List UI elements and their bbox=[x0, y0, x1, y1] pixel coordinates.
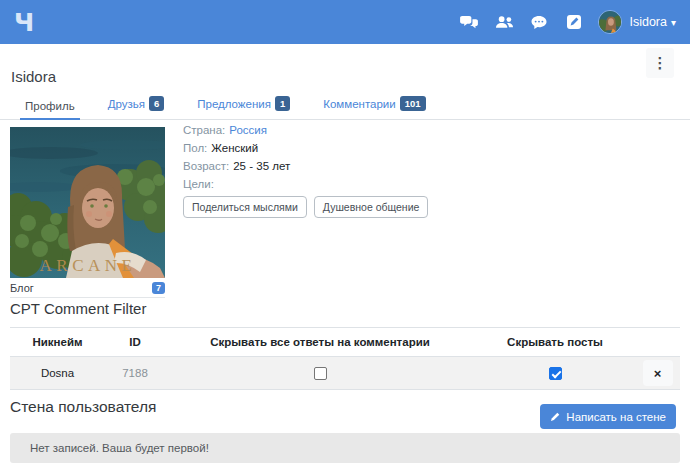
detail-value: Женский bbox=[211, 142, 258, 154]
write-icon[interactable] bbox=[564, 13, 584, 31]
detail-label: Пол: bbox=[183, 142, 207, 154]
detail-label: Цели: bbox=[183, 178, 214, 190]
col-nickname: Никнейм bbox=[10, 328, 105, 357]
empty-message-text: Нет записей. Ваша будет первой! bbox=[30, 442, 209, 454]
write-on-wall-button[interactable]: Написать на стене bbox=[540, 404, 676, 429]
tab-label: Предложения bbox=[197, 98, 271, 110]
tab-profile[interactable]: Профиль bbox=[20, 94, 80, 119]
top-navbar: Ч bbox=[0, 0, 690, 44]
cell-actions: × bbox=[635, 357, 680, 390]
profile-picture[interactable]: ARCANE bbox=[10, 127, 165, 278]
hide-posts-checkbox[interactable] bbox=[549, 367, 562, 380]
detail-value: 25 - 35 лет bbox=[233, 160, 290, 172]
cell-hide-replies bbox=[165, 357, 475, 390]
pencil-icon bbox=[550, 411, 561, 422]
profile-tabs: Профиль Друзья6 Предложения1 Комментарии… bbox=[0, 94, 690, 120]
tab-badge: 1 bbox=[275, 96, 290, 111]
tab-label: Друзья bbox=[108, 98, 145, 110]
tab-badge: 6 bbox=[149, 96, 164, 111]
tab-comments[interactable]: Комментарии101 bbox=[318, 91, 430, 119]
comments-icon[interactable] bbox=[529, 13, 549, 31]
write-on-wall-label: Написать на стене bbox=[566, 411, 666, 423]
wall-empty-message: Нет записей. Ваша будет первой! bbox=[10, 433, 680, 463]
col-hide-posts: Скрывать посты bbox=[475, 328, 635, 357]
country-link[interactable]: Россия bbox=[229, 124, 267, 136]
messages-icon[interactable] bbox=[459, 13, 479, 31]
filter-section-title: CPT Comment Filter bbox=[10, 300, 146, 317]
more-options-button[interactable]: ⋮ bbox=[646, 48, 674, 78]
page-title: Isidora bbox=[11, 68, 56, 85]
cell-id: 7188 bbox=[105, 357, 165, 390]
tab-suggestions[interactable]: Предложения1 bbox=[192, 91, 295, 119]
wall-section-title: Стена пользователя bbox=[10, 398, 156, 416]
cell-hide-posts bbox=[475, 357, 635, 390]
goal-tag[interactable]: Душевное общение bbox=[314, 196, 429, 218]
col-hide-replies: Скрывать все ответы на комментарии bbox=[165, 328, 475, 357]
friends-icon[interactable] bbox=[494, 13, 514, 31]
remove-filter-button[interactable]: × bbox=[643, 360, 673, 386]
detail-country: Страна:Россия bbox=[183, 124, 428, 136]
table-header-row: Никнейм ID Скрывать все ответы на коммен… bbox=[10, 328, 680, 357]
detail-goals: Цели: bbox=[183, 178, 428, 190]
cell-nickname: Dosna bbox=[10, 357, 105, 390]
blog-link-row[interactable]: Блог 7 bbox=[10, 278, 165, 298]
comment-filter-table: Никнейм ID Скрывать все ответы на коммен… bbox=[10, 327, 680, 390]
hide-replies-checkbox[interactable] bbox=[314, 367, 327, 380]
col-id: ID bbox=[105, 328, 165, 357]
blog-label: Блог bbox=[10, 282, 34, 294]
chevron-down-icon[interactable]: ▾ bbox=[671, 17, 676, 28]
profile-details: Страна:Россия Пол:Женский Возраст:25 - 3… bbox=[183, 124, 428, 218]
tab-label: Профиль bbox=[25, 100, 75, 112]
goal-tag[interactable]: Поделиться мыслями bbox=[183, 196, 307, 218]
blog-count-badge: 7 bbox=[152, 282, 165, 294]
user-menu-name[interactable]: Isidora bbox=[629, 15, 667, 29]
image-watermark-text: ARCANE bbox=[40, 256, 137, 275]
site-logo[interactable]: Ч bbox=[14, 10, 34, 35]
tab-label: Комментарии bbox=[323, 98, 395, 110]
detail-label: Страна: bbox=[183, 124, 225, 136]
goal-tags: Поделиться мыслями Душевное общение bbox=[183, 196, 428, 218]
tab-badge: 101 bbox=[400, 96, 426, 111]
tab-friends[interactable]: Друзья6 bbox=[103, 91, 170, 119]
table-row: Dosna 7188 × bbox=[10, 357, 680, 390]
detail-age: Возраст:25 - 35 лет bbox=[183, 160, 428, 172]
col-actions bbox=[635, 328, 680, 357]
detail-label: Возраст: bbox=[183, 160, 229, 172]
user-avatar[interactable] bbox=[598, 10, 622, 34]
detail-gender: Пол:Женский bbox=[183, 142, 428, 154]
